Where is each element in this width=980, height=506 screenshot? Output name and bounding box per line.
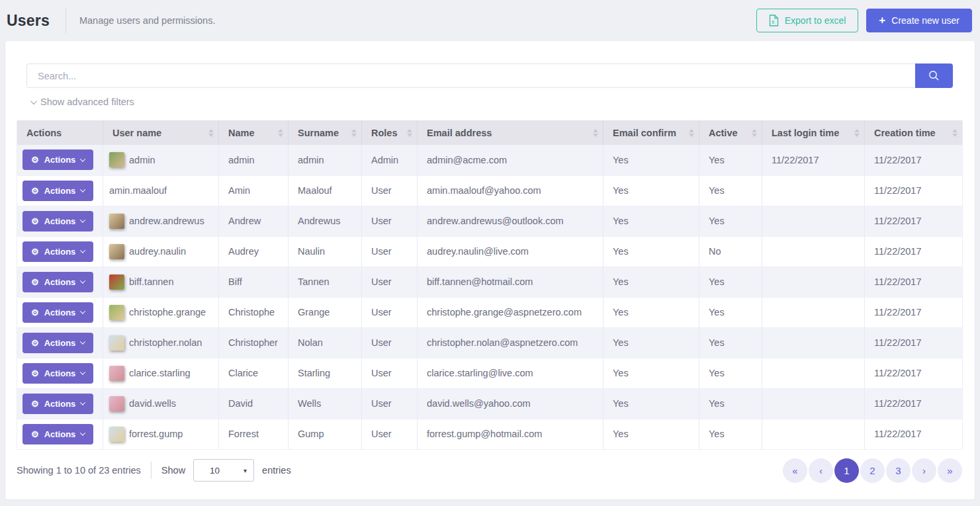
- email-confirm-cell: Yes: [603, 267, 699, 297]
- chevron-down-icon: [80, 308, 85, 314]
- export-to-excel-button[interactable]: x Export to excel: [756, 9, 859, 32]
- last-login-cell: [762, 327, 865, 358]
- page-1-button[interactable]: 1: [834, 458, 859, 483]
- advanced-filters-toggle[interactable]: Show advanced filters: [30, 97, 134, 107]
- last-login-cell: [762, 358, 865, 388]
- table-row: ⚙Actionsaudrey.naulinAudreyNaulinUseraud…: [17, 236, 963, 267]
- last-login-cell: [762, 236, 865, 267]
- user-avatar: [109, 396, 124, 411]
- email-cell: andrew.andrewus@outlook.com: [418, 206, 603, 236]
- row-actions-button[interactable]: ⚙Actions: [22, 333, 93, 353]
- roles-cell: User: [362, 175, 418, 206]
- email-confirm-cell: Yes: [603, 145, 699, 175]
- page-size-select[interactable]: 10 ▾: [193, 459, 254, 482]
- gear-icon: ⚙: [31, 247, 39, 256]
- active-cell: Yes: [699, 297, 762, 327]
- table-row: ⚙Actionsclarice.starlingClariceStarlingU…: [17, 358, 963, 388]
- active-cell: Yes: [699, 388, 762, 419]
- footer-divider: [151, 462, 152, 479]
- page-3-button[interactable]: 3: [886, 458, 911, 483]
- roles-cell: User: [362, 236, 418, 267]
- surname-cell: Grange: [289, 297, 362, 327]
- column-header-active[interactable]: Active: [699, 120, 762, 145]
- sort-icon: [752, 129, 757, 137]
- column-header-surname[interactable]: Surname: [289, 120, 362, 145]
- table-footer: Showing 1 to 10 of 23 entries Show 10 ▾ …: [17, 458, 962, 483]
- last-login-cell: [762, 419, 865, 449]
- actions-button-label: Actions: [44, 338, 76, 348]
- creation-time-cell: 11/22/2017: [865, 175, 963, 206]
- column-header-label: User name: [112, 128, 161, 138]
- creation-time-cell: 11/22/2017: [865, 267, 963, 297]
- next-page-button[interactable]: ›: [912, 458, 936, 483]
- email-confirm-cell: Yes: [603, 175, 699, 206]
- actions-button-label: Actions: [44, 308, 76, 317]
- row-actions-button[interactable]: ⚙Actions: [22, 272, 93, 292]
- row-actions-button[interactable]: ⚙Actions: [22, 302, 93, 323]
- roles-cell: User: [362, 388, 418, 419]
- column-header-label: Last login time: [772, 128, 839, 138]
- row-actions-button[interactable]: ⚙Actions: [22, 363, 93, 384]
- row-actions-button[interactable]: ⚙Actions: [22, 181, 93, 201]
- user-avatar: [109, 244, 124, 259]
- user-avatar: [109, 335, 124, 351]
- column-header-user-name[interactable]: User name: [103, 120, 219, 145]
- gear-icon: ⚙: [31, 155, 39, 164]
- column-header-label: Actions: [26, 128, 62, 138]
- creation-time-cell: 11/22/2017: [865, 297, 963, 327]
- column-header-label: Creation time: [874, 128, 936, 138]
- column-header-creation-time[interactable]: Creation time: [865, 120, 963, 145]
- roles-cell: User: [362, 419, 418, 449]
- row-actions-button[interactable]: ⚙Actions: [22, 241, 93, 262]
- user-avatar: [109, 274, 124, 290]
- user-name-text: admin: [129, 155, 156, 165]
- actions-button-label: Actions: [44, 277, 76, 287]
- chevron-down-icon: [80, 156, 85, 161]
- column-header-roles[interactable]: Roles: [362, 120, 418, 145]
- table-row: ⚙Actionsdavid.wellsDavidWellsUserdavid.w…: [17, 388, 963, 419]
- actions-button-label: Actions: [44, 216, 76, 226]
- email-cell: audrey.naulin@live.com: [418, 236, 603, 267]
- first-page-button[interactable]: «: [783, 458, 807, 483]
- column-header-actions: Actions: [17, 120, 103, 145]
- email-cell: clarice.starling@live.com: [418, 358, 603, 388]
- creation-time-cell: 11/22/2017: [865, 419, 963, 449]
- creation-time-cell: 11/22/2017: [865, 145, 963, 175]
- user-name-text: forrest.gump: [129, 429, 183, 439]
- prev-page-button[interactable]: ‹: [809, 458, 833, 483]
- row-actions-button[interactable]: ⚙Actions: [22, 424, 93, 444]
- table-row: ⚙Actionsamin.maaloufAminMaaloufUseramin.…: [17, 175, 963, 206]
- table-row: ⚙Actionsandrew.andrewusAndrewAndrewusUse…: [17, 206, 963, 236]
- column-header-email-confirm[interactable]: Email confirm: [603, 120, 699, 145]
- active-cell: Yes: [699, 267, 762, 297]
- chevron-down-icon: [80, 187, 85, 192]
- roles-cell: User: [362, 297, 418, 327]
- email-cell: christopher.nolan@aspnetzero.com: [418, 327, 603, 358]
- user-name-cell: david.wells: [109, 396, 212, 411]
- actions-button-label: Actions: [44, 399, 76, 409]
- select-caret-icon: ▾: [244, 467, 247, 474]
- showing-entries-text: Showing 1 to 10 of 23 entries: [17, 465, 141, 476]
- user-name-cell: audrey.naulin: [109, 244, 212, 259]
- page-size-value: 10: [210, 466, 220, 476]
- table-row: ⚙Actionschristopher.nolanChristopherNola…: [17, 327, 963, 358]
- row-actions-button[interactable]: ⚙Actions: [22, 211, 93, 232]
- search-button[interactable]: [915, 63, 953, 88]
- column-header-email-address[interactable]: Email address: [418, 120, 603, 145]
- user-name-cell: andrew.andrewus: [109, 214, 212, 229]
- search-input[interactable]: [26, 63, 915, 88]
- gear-icon: ⚙: [31, 187, 39, 195]
- page-2-button[interactable]: 2: [860, 458, 885, 483]
- entries-label: entries: [262, 465, 291, 476]
- user-name-text: amin.maalouf: [109, 185, 167, 196]
- column-header-last-login-time[interactable]: Last login time: [762, 120, 865, 145]
- last-page-button[interactable]: »: [938, 458, 962, 483]
- create-new-user-button[interactable]: + Create new user: [866, 9, 972, 32]
- name-cell: Biff: [219, 267, 289, 297]
- name-cell: Andrew: [219, 206, 289, 236]
- column-header-name[interactable]: Name: [219, 120, 289, 145]
- row-actions-button[interactable]: ⚙Actions: [22, 394, 93, 414]
- column-header-label: Active: [709, 128, 738, 138]
- create-button-label: Create new user: [891, 15, 959, 26]
- row-actions-button[interactable]: ⚙Actions: [22, 149, 93, 170]
